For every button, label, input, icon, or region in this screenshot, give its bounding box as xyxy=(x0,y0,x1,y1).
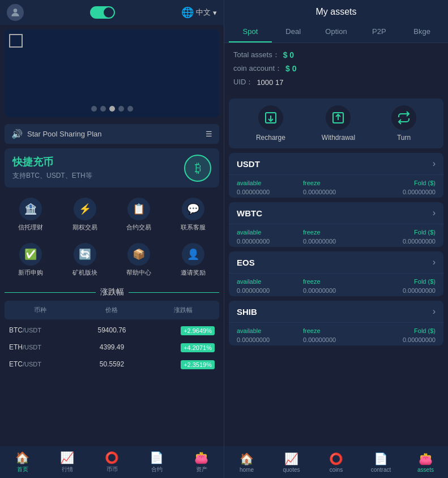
dot-1[interactable] xyxy=(91,106,97,112)
new-coin-icon: ✅ xyxy=(19,243,42,266)
eos-fold-val: 0.00000000 xyxy=(369,287,436,294)
tab-deal[interactable]: Deal xyxy=(272,22,315,42)
asset-card-usdt: USDT › available 0.00000000 freeze 0.000… xyxy=(229,153,443,198)
asset-card-eos-header[interactable]: EOS › xyxy=(229,251,443,274)
withdrawal-label: Withdrawal xyxy=(322,134,355,142)
tab-spot[interactable]: Spot xyxy=(229,22,272,42)
mining-item[interactable]: 🔄 矿机版块 xyxy=(59,238,111,281)
btc-price: 59400.76 xyxy=(78,326,146,334)
eth-change: +4.2071% xyxy=(181,343,215,352)
customer-service-label: 联系客服 xyxy=(181,223,206,232)
price-line-right xyxy=(129,292,220,293)
wbtc-fold-val: 0.00000000 xyxy=(369,238,436,245)
right-contract-icon: 📄 xyxy=(374,452,388,466)
right-nav-coins[interactable]: ⭕ coins xyxy=(314,446,359,478)
trust-finance-item[interactable]: 🏦 信托理财 xyxy=(5,193,57,236)
asset-card-usdt-header[interactable]: USDT › xyxy=(229,153,443,175)
customer-service-item[interactable]: 💬 联系客服 xyxy=(167,193,219,236)
shib-avail-col: available 0.00000000 xyxy=(237,327,303,343)
asset-card-shib: SHIB › available 0.00000000 freeze 0.000… xyxy=(229,301,443,345)
right-nav-home[interactable]: 🏠 home xyxy=(224,446,269,478)
eos-fold-header: Fold ($) xyxy=(369,278,436,285)
usdt-freeze-val: 0.00000000 xyxy=(303,189,369,195)
options-trade-item[interactable]: ⚡ 期权交易 xyxy=(59,193,111,236)
dot-3[interactable] xyxy=(109,106,115,112)
turn-icon xyxy=(391,105,416,130)
right-nav-assets[interactable]: 👛 assets xyxy=(403,446,448,478)
right-assets-icon: 👛 xyxy=(419,452,433,466)
usdt-avail-header: available xyxy=(237,180,303,186)
contract-trade-icon: 📋 xyxy=(127,198,150,220)
nav-assets-label: 资产 xyxy=(196,466,207,473)
banner-area xyxy=(5,29,219,117)
tab-bkge[interactable]: Bkge xyxy=(400,22,443,42)
turn-button[interactable]: Turn xyxy=(391,105,416,142)
action-buttons: Recharge Withdrawal Turn xyxy=(229,99,443,148)
avatar[interactable] xyxy=(7,4,24,21)
bitcoin-icon: ₿ xyxy=(184,155,211,182)
tab-p2p[interactable]: P2P xyxy=(357,22,400,42)
withdrawal-button[interactable]: Withdrawal xyxy=(322,105,355,142)
asset-tabs: Spot Deal Option P2P Bkge xyxy=(224,22,448,43)
recharge-button[interactable]: Recharge xyxy=(256,105,285,142)
nav-contract[interactable]: 📄 合约 xyxy=(134,446,179,478)
quick-charge-section[interactable]: 快捷充币 支持BTC、USDT、ETH等 ₿ xyxy=(5,148,219,187)
recharge-label: Recharge xyxy=(256,134,285,142)
help-center-item[interactable]: 📦 帮助中心 xyxy=(113,238,165,281)
nav-home[interactable]: 🏠 首页 xyxy=(0,446,45,478)
recharge-icon xyxy=(258,105,283,130)
market-icon: 📈 xyxy=(60,451,74,464)
right-nav-contract[interactable]: 📄 contract xyxy=(359,446,403,478)
price-row-eth[interactable]: ETH/USDT 4399.49 +4.2071% xyxy=(5,339,219,356)
left-header: 🌐 中文 ▾ xyxy=(0,0,224,25)
asset-cards-list: USDT › available 0.00000000 freeze 0.000… xyxy=(224,153,448,446)
theme-toggle[interactable] xyxy=(90,6,115,19)
usdt-chevron: › xyxy=(433,159,436,169)
dot-5[interactable] xyxy=(127,106,133,112)
customer-service-icon: 💬 xyxy=(182,198,204,220)
invite-rewards-icon: 👤 xyxy=(182,243,204,266)
asset-card-eos-body: available 0.00000000 freeze 0.00000000 F… xyxy=(229,274,443,296)
total-assets-label: Total assets： xyxy=(233,50,280,60)
price-row-btc[interactable]: BTC/USDT 59400.76 +2.9649% xyxy=(5,322,219,339)
new-coin-item[interactable]: ✅ 新币申购 xyxy=(5,238,57,281)
col-change: 涨跌幅 xyxy=(148,304,219,316)
invite-rewards-item[interactable]: 👤 邀请奖励 xyxy=(167,238,219,281)
right-nav-contract-label: contract xyxy=(371,467,391,473)
nav-assets[interactable]: 👛 资产 xyxy=(179,446,224,478)
asset-card-wbtc-header[interactable]: WBTC › xyxy=(229,202,443,224)
uid-row: UID： 1000 17 xyxy=(233,77,439,87)
usdt-name: USDT xyxy=(237,159,260,169)
contract-trade-label: 合约交易 xyxy=(126,223,151,232)
dot-4[interactable] xyxy=(118,106,124,112)
wbtc-freeze-val: 0.00000000 xyxy=(303,238,369,245)
right-coins-icon: ⭕ xyxy=(329,452,343,466)
quick-charge-subtitle: 支持BTC、USDT、ETH等 xyxy=(12,171,211,181)
tab-option[interactable]: Option xyxy=(315,22,358,42)
invite-rewards-label: 邀请奖励 xyxy=(181,268,206,277)
asset-card-wbtc-body: available 0.00000000 freeze 0.00000000 F… xyxy=(229,224,443,247)
shib-freeze-col: freeze 0.00000000 xyxy=(303,327,369,343)
asset-card-wbtc: WBTC › available 0.00000000 freeze 0.000… xyxy=(229,202,443,247)
coins-icon: ⭕ xyxy=(105,451,119,464)
nav-coins[interactable]: ⭕ 币币 xyxy=(89,446,134,478)
pair-eth-sub: /USDT xyxy=(23,344,41,351)
price-row-etc[interactable]: ETC/USDT 50.5592 +2.3519% xyxy=(5,356,219,373)
new-coin-label: 新币申购 xyxy=(18,268,43,277)
nav-market[interactable]: 📈 行情 xyxy=(45,446,89,478)
asset-card-usdt-body: available 0.00000000 freeze 0.00000000 F… xyxy=(229,175,443,198)
usdt-avail-val: 0.00000000 xyxy=(237,189,303,195)
right-bottom-nav: 🏠 home 📈 quotes ⭕ coins 📄 contract 👛 ass… xyxy=(224,446,448,478)
eos-freeze-col: freeze 0.00000000 xyxy=(303,278,369,294)
total-assets-value: $ 0 xyxy=(283,50,294,59)
right-nav-quotes[interactable]: 📈 quotes xyxy=(269,446,314,478)
announcement-bar[interactable]: 🔊 Star Pool Sharing Plan ☰ xyxy=(5,124,219,144)
language-selector[interactable]: 🌐 中文 ▾ xyxy=(181,6,217,19)
usdt-fold-col: Fold ($) 0.00000000 xyxy=(369,180,436,195)
dot-2[interactable] xyxy=(100,106,106,112)
asset-card-shib-header[interactable]: SHIB › xyxy=(229,301,443,323)
col-price: 价格 xyxy=(76,304,147,316)
right-nav-home-label: home xyxy=(240,467,254,473)
announce-left: 🔊 Star Pool Sharing Plan xyxy=(11,129,102,139)
contract-trade-item[interactable]: 📋 合约交易 xyxy=(113,193,165,236)
